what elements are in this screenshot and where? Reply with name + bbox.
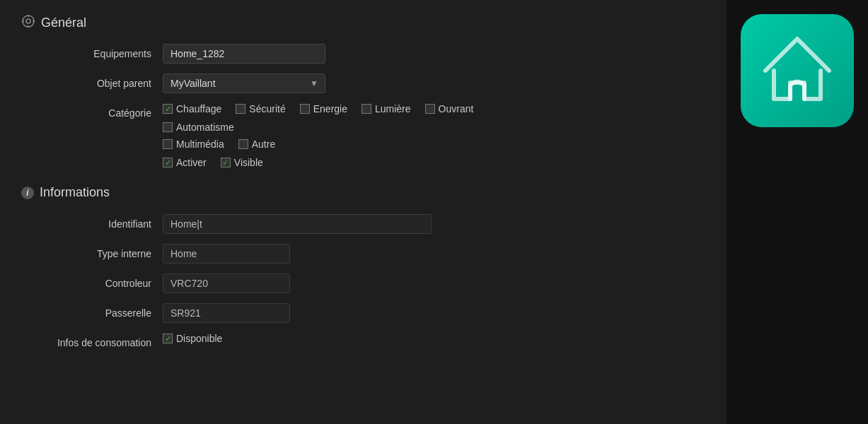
- automatisme-label: Automatisme: [176, 122, 234, 133]
- home-icon: [758, 32, 836, 110]
- checkbox-multimedia[interactable]: Multimédia: [163, 139, 224, 150]
- infos-consomation-row: Infos de consomation Disponible: [21, 333, 705, 348]
- identifiant-input[interactable]: [163, 214, 432, 234]
- controleur-input: [163, 273, 290, 293]
- categorie-label: Catégorie: [21, 103, 163, 119]
- equipements-input[interactable]: [163, 44, 325, 64]
- visible-checkmark: [221, 158, 231, 167]
- equipements-label: Equipements: [21, 44, 163, 59]
- svg-point-1: [26, 19, 30, 23]
- chauffage-checkmark: [163, 104, 173, 114]
- checkbox-chauffage[interactable]: Chauffage: [163, 103, 221, 114]
- multimedia-label: Multimédia: [176, 139, 224, 150]
- checkbox-infos-consomation[interactable]: Disponible: [163, 333, 516, 344]
- infos-consomation-checkmark: [163, 334, 173, 343]
- infos-consomation-control: Disponible: [163, 333, 516, 344]
- infos-consomation-label: Infos de consomation: [21, 333, 163, 348]
- controleur-control: [163, 273, 516, 293]
- general-icon: [21, 14, 35, 31]
- main-container: Général Equipements Objet parent MyVaill…: [0, 0, 868, 424]
- identifiant-label: Identifiant: [21, 214, 163, 230]
- lumiere-checkmark: [361, 104, 371, 114]
- controleur-row: Controleur: [21, 273, 705, 293]
- passerelle-input: [163, 303, 290, 323]
- ouvrant-label: Ouvrant: [439, 103, 474, 114]
- autre-label: Autre: [252, 139, 275, 150]
- chauffage-label: Chauffage: [176, 103, 221, 114]
- type-interne-input: [163, 244, 290, 264]
- categorie-checkboxes-row2: Multimédia Autre: [163, 139, 516, 150]
- objet-parent-select[interactable]: MyVaillant: [163, 73, 325, 93]
- objet-parent-control: MyVaillant ▼: [163, 73, 516, 93]
- equipements-row: Equipements: [21, 44, 705, 64]
- right-panel: [727, 0, 868, 424]
- checkbox-securite[interactable]: Sécurité: [236, 103, 285, 114]
- lumiere-label: Lumière: [375, 103, 411, 114]
- passerelle-control: [163, 303, 516, 323]
- identifiant-control: [163, 214, 516, 234]
- objet-parent-row: Objet parent MyVaillant ▼: [21, 73, 705, 93]
- checkbox-activer[interactable]: Activer: [163, 157, 207, 168]
- passerelle-label: Passerelle: [21, 303, 163, 319]
- ouvrant-checkmark: [425, 104, 435, 114]
- checkbox-autre[interactable]: Autre: [238, 139, 275, 150]
- home-icon-container: [741, 14, 854, 127]
- objet-parent-select-wrapper: MyVaillant ▼: [163, 73, 325, 93]
- visible-label: Visible: [234, 157, 263, 168]
- identifiant-row: Identifiant: [21, 214, 705, 234]
- energie-checkmark: [300, 104, 310, 114]
- autre-checkmark: [238, 139, 248, 149]
- controleur-label: Controleur: [21, 273, 163, 289]
- automatisme-checkmark: [163, 122, 173, 132]
- securite-checkmark: [236, 104, 245, 114]
- info-icon: i: [21, 187, 34, 199]
- svg-point-0: [23, 16, 34, 27]
- informations-section: i Informations Identifiant Type interne …: [21, 185, 705, 348]
- categorie-row: Catégorie Chauffage Sécurité Energie: [21, 103, 705, 168]
- checkbox-energie[interactable]: Energie: [300, 103, 347, 114]
- left-panel: Général Equipements Objet parent MyVaill…: [0, 0, 727, 424]
- equipements-control: [163, 44, 516, 64]
- activer-visible-row: Activer Visible: [163, 157, 516, 168]
- categorie-checkboxes: Chauffage Sécurité Energie Lumière: [163, 103, 516, 133]
- checkbox-visible[interactable]: Visible: [221, 157, 263, 168]
- checkbox-ouvrant[interactable]: Ouvrant: [425, 103, 474, 114]
- securite-label: Sécurité: [249, 103, 285, 114]
- informations-title: Informations: [40, 185, 110, 200]
- activer-label: Activer: [176, 157, 207, 168]
- multimedia-checkmark: [163, 139, 173, 149]
- type-interne-row: Type interne: [21, 244, 705, 264]
- activer-checkmark: [163, 158, 173, 167]
- categorie-control: Chauffage Sécurité Energie Lumière: [163, 103, 516, 168]
- checkbox-lumiere[interactable]: Lumière: [361, 103, 411, 114]
- infos-consomation-value: Disponible: [176, 333, 222, 344]
- type-interne-control: [163, 244, 516, 264]
- general-title: Général: [41, 16, 86, 30]
- passerelle-row: Passerelle: [21, 303, 705, 323]
- energie-label: Energie: [313, 103, 347, 114]
- informations-header: i Informations: [21, 185, 705, 200]
- checkbox-automatisme[interactable]: Automatisme: [163, 122, 234, 133]
- objet-parent-label: Objet parent: [21, 73, 163, 89]
- type-interne-label: Type interne: [21, 244, 163, 259]
- general-section-header: Général: [21, 14, 705, 31]
